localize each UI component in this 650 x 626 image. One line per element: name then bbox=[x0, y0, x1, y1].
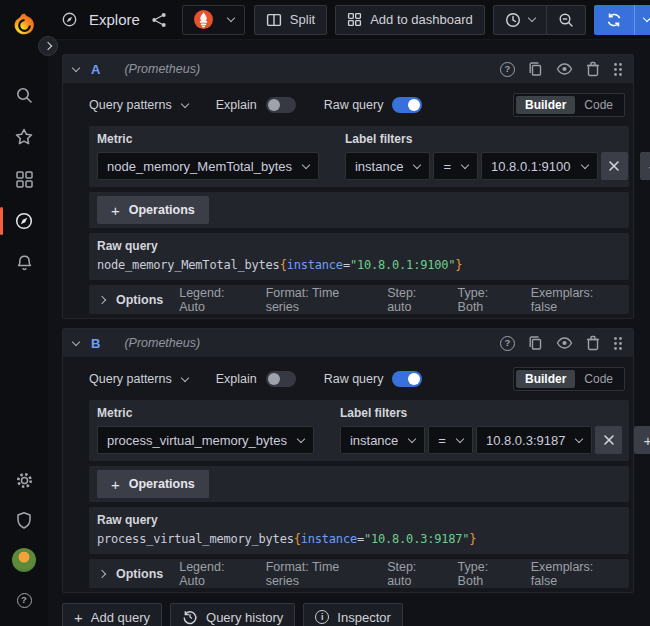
sidebar-item-dashboards[interactable] bbox=[0, 167, 48, 191]
explain-toggle[interactable] bbox=[266, 371, 296, 387]
sidebar-item-profile[interactable] bbox=[0, 548, 48, 572]
copy-icon bbox=[528, 335, 543, 351]
filter-operator-select[interactable]: = bbox=[433, 152, 478, 180]
query-help-button[interactable]: ? bbox=[500, 62, 515, 77]
duplicate-query-button[interactable] bbox=[528, 335, 543, 351]
explain-toggle[interactable] bbox=[266, 97, 296, 113]
metric-select-value: process_virtual_memory_bytes bbox=[107, 433, 287, 448]
query-row-body: Query patterns Explain Raw query Builder… bbox=[63, 357, 633, 592]
explain-toggle-group: Explain bbox=[216, 97, 296, 113]
add-operation-button[interactable]: + Operations bbox=[97, 196, 209, 224]
options-collapse-row[interactable]: Options Legend: Auto Format: Time series… bbox=[89, 559, 629, 588]
run-interval-dropdown[interactable] bbox=[634, 5, 650, 35]
builder-mode-button[interactable]: Builder bbox=[516, 370, 575, 388]
split-button[interactable]: Split bbox=[254, 5, 327, 35]
drag-handle[interactable] bbox=[613, 62, 623, 77]
metric-select[interactable]: node_memory_MemTotal_bytes bbox=[97, 152, 319, 180]
code-mode-button[interactable]: Code bbox=[575, 370, 622, 388]
remove-filter-button[interactable] bbox=[595, 426, 622, 454]
duplicate-query-button[interactable] bbox=[528, 61, 543, 77]
query-row-body: Query patterns Explain Raw query Builder… bbox=[63, 83, 633, 318]
sidebar-item-configuration[interactable] bbox=[0, 468, 48, 492]
filter-label-select[interactable]: instance bbox=[345, 152, 430, 180]
grafana-logo[interactable] bbox=[11, 12, 38, 39]
sidebar-item-search[interactable] bbox=[0, 83, 48, 107]
chevron-down-icon bbox=[528, 14, 536, 22]
sidebar-item-server-admin[interactable] bbox=[0, 508, 48, 532]
trash-icon bbox=[586, 61, 600, 77]
metric-select[interactable]: process_virtual_memory_bytes bbox=[97, 426, 314, 454]
raw-query-toggle-group: Raw query bbox=[324, 97, 423, 113]
filter-operator-value: = bbox=[438, 433, 446, 448]
filter-value-value: 10.8.0.1:9100 bbox=[491, 159, 571, 174]
metric-field-label: Metric bbox=[97, 406, 314, 420]
raw-query-toggle[interactable] bbox=[392, 97, 422, 113]
search-icon bbox=[15, 86, 34, 105]
collapse-query-button[interactable] bbox=[73, 342, 79, 345]
active-indicator bbox=[0, 207, 3, 235]
label-filters-field: Label filters instance = 10.8. bbox=[340, 406, 650, 454]
history-icon bbox=[182, 609, 198, 625]
run-query-button[interactable] bbox=[594, 5, 634, 35]
remove-filter-button[interactable] bbox=[601, 152, 628, 180]
operations-panel: + Operations bbox=[89, 192, 629, 228]
query-help-button[interactable]: ? bbox=[500, 336, 515, 351]
inspector-button[interactable]: i Inspector bbox=[303, 603, 402, 626]
query-patterns-dropdown[interactable]: Query patterns bbox=[89, 372, 188, 386]
operations-label: Operations bbox=[129, 203, 195, 217]
dashboards-icon bbox=[15, 170, 34, 189]
builder-mode-button[interactable]: Builder bbox=[516, 96, 575, 114]
time-range-picker[interactable] bbox=[493, 5, 547, 35]
sync-icon bbox=[606, 12, 622, 28]
chevron-right-icon bbox=[98, 569, 106, 577]
filter-value-select[interactable]: 10.8.0.3:9187 bbox=[476, 426, 593, 454]
chevron-down-icon bbox=[302, 160, 310, 168]
add-operation-button[interactable]: + Operations bbox=[97, 470, 209, 498]
sidebar-expand-button[interactable] bbox=[38, 36, 58, 56]
chevron-down-icon bbox=[297, 434, 305, 442]
options-collapse-row[interactable]: Options Legend: Auto Format: Time series… bbox=[89, 285, 629, 314]
filter-operator-select[interactable]: = bbox=[428, 426, 473, 454]
label-filter-row: instance = 10.8.0.1:9100 bbox=[345, 152, 650, 180]
grip-icon bbox=[613, 62, 623, 77]
remove-query-button[interactable] bbox=[586, 61, 600, 77]
add-to-dashboard-label: Add to dashboard bbox=[370, 12, 473, 27]
remove-query-button[interactable] bbox=[586, 335, 600, 351]
code-mode-button[interactable]: Code bbox=[575, 96, 622, 114]
add-filter-button[interactable]: + bbox=[634, 426, 650, 454]
filter-label-select[interactable]: instance bbox=[340, 426, 425, 454]
metric-field-label: Metric bbox=[97, 132, 319, 146]
add-query-button[interactable]: + Add query bbox=[62, 603, 162, 626]
sidebar-item-explore[interactable] bbox=[0, 209, 48, 233]
raw-query-label: Raw query bbox=[324, 372, 384, 386]
datasource-picker[interactable] bbox=[182, 5, 245, 35]
drag-handle[interactable] bbox=[613, 336, 623, 351]
collapse-query-button[interactable] bbox=[73, 68, 79, 71]
query-history-button[interactable]: Query history bbox=[170, 603, 295, 626]
share-shortened-link-button[interactable] bbox=[151, 12, 167, 28]
raw-query-label: Raw query bbox=[324, 98, 384, 112]
metric-field: Metric node_memory_MemTotal_bytes bbox=[97, 132, 319, 180]
prometheus-icon bbox=[193, 9, 214, 30]
disable-query-button[interactable] bbox=[556, 62, 573, 76]
chevron-down-icon bbox=[180, 373, 188, 381]
info-circle-icon: i bbox=[315, 610, 329, 624]
disable-query-button[interactable] bbox=[556, 336, 573, 350]
filter-value-select[interactable]: 10.8.0.1:9100 bbox=[481, 152, 598, 180]
share-icon bbox=[151, 12, 167, 28]
sidebar-item-starred[interactable] bbox=[0, 125, 48, 149]
add-to-dashboard-button[interactable]: Add to dashboard bbox=[335, 5, 485, 35]
explore-toolbar: Explore Split Add to dashboard bbox=[48, 0, 650, 40]
time-zoom-out-button[interactable] bbox=[546, 5, 586, 35]
label-filters-label: Label filters bbox=[345, 132, 650, 146]
filter-value-value: 10.8.0.3:9187 bbox=[486, 433, 566, 448]
raw-query-toggle[interactable] bbox=[392, 371, 422, 387]
add-filter-button[interactable]: + bbox=[640, 152, 650, 180]
chevron-down-icon bbox=[408, 434, 416, 442]
explore-compass-icon bbox=[61, 11, 78, 28]
query-patterns-dropdown[interactable]: Query patterns bbox=[89, 98, 188, 112]
label-filters-label: Label filters bbox=[340, 406, 650, 420]
label-filters-field: Label filters instance = 10.8. bbox=[345, 132, 650, 180]
sidebar-item-alerting[interactable] bbox=[0, 251, 48, 275]
sidebar-item-help[interactable]: ? bbox=[0, 588, 48, 612]
